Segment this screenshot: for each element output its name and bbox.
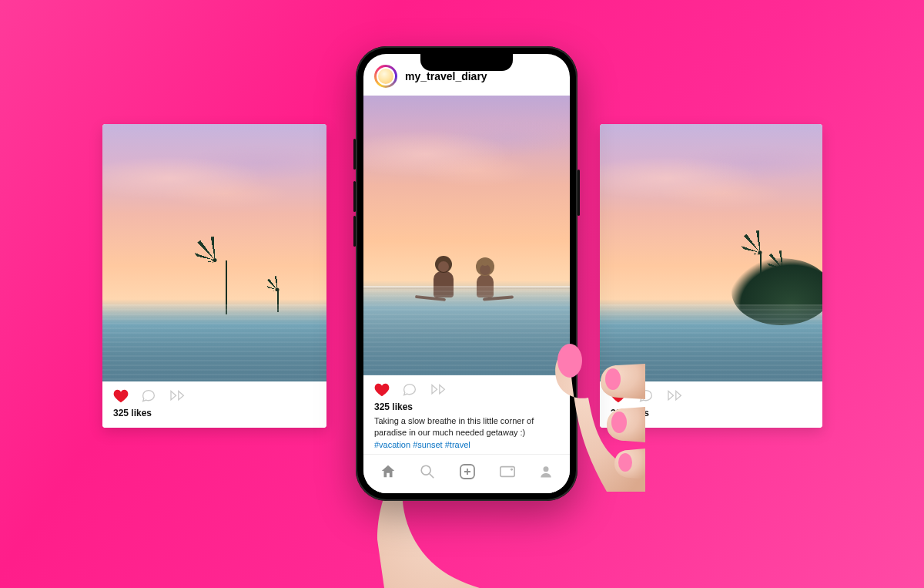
photo-card-right-footer: 325 likes bbox=[600, 381, 822, 428]
photo-card-left-footer: 325 likes bbox=[102, 381, 326, 428]
nav-search-icon[interactable] bbox=[419, 463, 436, 480]
svg-line-2 bbox=[430, 474, 434, 479]
username[interactable]: my_travel_diary bbox=[405, 70, 487, 82]
phone-frame: my_travel_diary 325 li bbox=[356, 46, 578, 501]
phone-screen: my_travel_diary 325 li bbox=[363, 54, 570, 493]
photo-card-left: 325 likes bbox=[102, 124, 326, 428]
bottom-nav bbox=[363, 454, 570, 493]
share-icon[interactable] bbox=[430, 383, 448, 397]
comment-icon[interactable] bbox=[141, 389, 156, 403]
nav-reels-icon[interactable] bbox=[499, 465, 516, 479]
photo-card-right: 325 likes bbox=[600, 124, 822, 428]
post-hashtags[interactable]: #vacation #sunset #travel bbox=[374, 440, 559, 449]
likes-count: 325 likes bbox=[113, 408, 316, 418]
photo-card-left-image bbox=[102, 124, 326, 381]
svg-point-1 bbox=[421, 465, 430, 475]
comment-icon[interactable] bbox=[402, 383, 417, 397]
nav-profile-icon[interactable] bbox=[538, 463, 554, 480]
phone-notch bbox=[420, 54, 513, 71]
comment-icon[interactable] bbox=[638, 389, 654, 403]
like-icon[interactable] bbox=[611, 389, 626, 403]
post-caption: Taking a slow breathe in this little cor… bbox=[374, 415, 559, 438]
nav-add-icon[interactable] bbox=[458, 462, 477, 481]
svg-point-12 bbox=[618, 453, 632, 472]
svg-point-7 bbox=[511, 469, 513, 471]
post-footer: 325 likes Taking a slow breathe in this … bbox=[363, 375, 570, 454]
post-image[interactable] bbox=[363, 96, 570, 375]
like-icon[interactable] bbox=[113, 389, 129, 403]
svg-point-8 bbox=[544, 466, 549, 472]
share-icon[interactable] bbox=[169, 389, 187, 403]
nav-home-icon[interactable] bbox=[380, 463, 397, 480]
photo-card-right-image bbox=[600, 124, 822, 381]
likes-count: 325 likes bbox=[611, 408, 812, 418]
likes-count: 325 likes bbox=[374, 402, 559, 412]
like-icon[interactable] bbox=[374, 383, 390, 397]
avatar[interactable] bbox=[374, 65, 397, 88]
svg-rect-6 bbox=[500, 467, 514, 477]
share-icon[interactable] bbox=[666, 389, 685, 403]
